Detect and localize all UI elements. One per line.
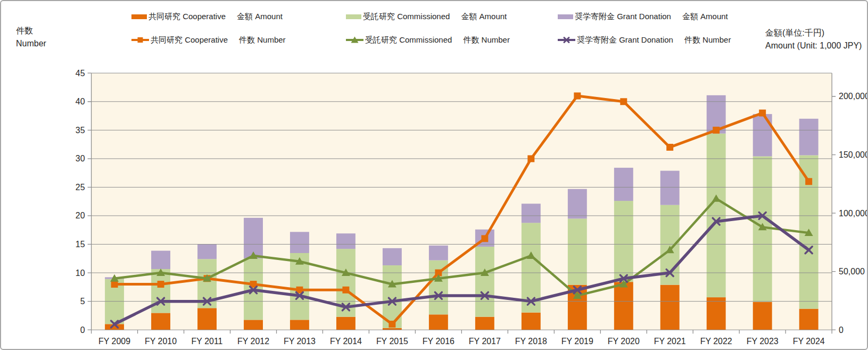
x-axis-label: FY 2015: [376, 337, 408, 346]
square-marker-icon: [158, 281, 164, 288]
square-marker-icon: [527, 155, 534, 162]
chart-plot: 051015202530354045050,000100,000150,0002…: [1, 1, 867, 349]
chart-frame: 件数 Number 金額(単位:千円) Amount (Unit: 1,000 …: [0, 0, 868, 350]
bar-segment-cooperative: [522, 313, 541, 330]
left-axis-tick-label: 30: [76, 154, 85, 163]
bar-segment-cooperative: [290, 320, 309, 330]
x-axis-label: FY 2023: [747, 337, 779, 346]
bar-segment-grant-donation: [383, 248, 402, 265]
x-axis-label: FY 2017: [469, 337, 501, 346]
left-axis-tick-label: 15: [76, 240, 85, 249]
bar-segment-grant-donation: [290, 232, 309, 253]
bar-segment-grant-donation: [753, 114, 772, 156]
square-marker-icon: [481, 235, 488, 242]
left-axis-tick-label: 20: [76, 211, 85, 220]
right-axis-tick-label: 150,000: [839, 150, 867, 159]
bar-segment-grant-donation: [799, 119, 819, 156]
right-axis-tick-label: 50,000: [839, 267, 865, 276]
x-axis-label: FY 2010: [145, 337, 177, 346]
bar-segment-cooperative: [799, 309, 819, 330]
square-marker-icon: [805, 178, 812, 185]
square-marker-icon: [111, 281, 118, 288]
left-axis-tick-label: 35: [76, 126, 85, 135]
x-axis-label: FY 2022: [700, 337, 732, 346]
right-axis-tick-label: 100,000: [839, 209, 867, 218]
x-axis-label: FY 2024: [793, 337, 825, 346]
right-axis-tick-label: 0: [839, 325, 844, 335]
square-marker-icon: [666, 144, 673, 151]
bar-segment-commissioned: [614, 201, 633, 282]
bar-segment-cooperative: [197, 308, 217, 330]
bar-segment-grant-donation: [336, 233, 356, 249]
bar-segment-cooperative: [336, 317, 356, 330]
left-axis-tick-label: 25: [76, 183, 85, 192]
x-axis-label: FY 2009: [98, 337, 130, 346]
bar-segment-cooperative: [475, 317, 494, 330]
bar-segment-cooperative: [429, 314, 448, 330]
square-marker-icon: [713, 127, 720, 134]
left-axis-tick-label: 45: [76, 69, 85, 78]
x-axis-label: FY 2016: [423, 337, 454, 346]
left-axis-tick-label: 5: [80, 297, 85, 306]
bar-segment-commissioned: [475, 247, 494, 317]
x-axis-label: FY 2020: [608, 337, 640, 346]
bar-segment-cooperative: [707, 297, 726, 330]
x-axis-label: FY 2011: [192, 337, 223, 346]
bar-segment-cooperative: [614, 282, 633, 330]
bar-segment-cooperative: [244, 320, 263, 330]
square-marker-icon: [574, 93, 581, 100]
left-axis-tick-label: 0: [80, 325, 85, 335]
bar-segment-grant-donation: [660, 171, 680, 205]
left-axis-tick-label: 10: [76, 268, 85, 278]
bar-segment-grant-donation: [197, 244, 217, 259]
bar-segment-grant-donation: [568, 189, 587, 219]
bar-segment-cooperative: [660, 285, 680, 330]
bar-segment-grant-donation: [151, 251, 170, 269]
x-axis-label: FY 2014: [330, 337, 362, 346]
bar-segment-grant-donation: [429, 246, 448, 261]
bar-segment-commissioned: [568, 218, 587, 284]
left-axis-tick-label: 40: [76, 97, 85, 106]
bar-segment-grant-donation: [522, 204, 541, 223]
square-marker-icon: [620, 98, 627, 105]
x-axis-label: FY 2019: [561, 337, 593, 346]
square-marker-icon: [388, 321, 395, 328]
x-axis-label: FY 2013: [284, 337, 316, 346]
bar-segment-grant-donation: [614, 168, 633, 201]
right-axis-tick-label: 200,000: [839, 92, 867, 101]
x-axis-label: FY 2012: [237, 337, 269, 346]
x-axis-label: FY 2018: [515, 337, 547, 346]
square-marker-icon: [342, 287, 349, 294]
bar-segment-cooperative: [151, 313, 170, 330]
bar-segment-cooperative: [753, 302, 772, 330]
square-marker-icon: [759, 110, 766, 117]
x-axis-label: FY 2021: [654, 337, 686, 346]
